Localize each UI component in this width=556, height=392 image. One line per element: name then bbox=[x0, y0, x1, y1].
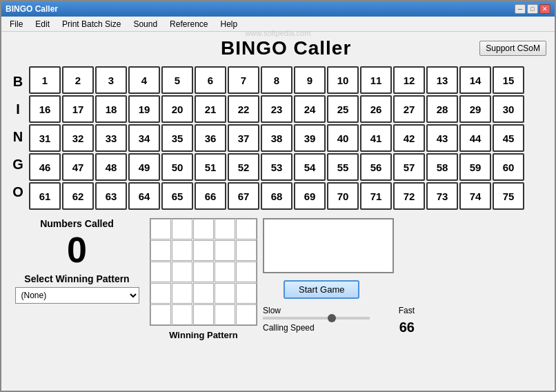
pattern-cell[interactable] bbox=[172, 304, 192, 325]
bingo-cell[interactable]: 36 bbox=[195, 124, 226, 152]
bingo-cell[interactable]: 58 bbox=[426, 153, 458, 181]
bingo-cell[interactable]: 31 bbox=[29, 124, 61, 152]
bingo-cell[interactable]: 61 bbox=[29, 182, 61, 210]
bingo-cell[interactable]: 27 bbox=[393, 95, 425, 123]
bingo-cell[interactable]: 10 bbox=[327, 66, 359, 94]
pattern-cell[interactable] bbox=[150, 240, 171, 261]
bingo-cell[interactable]: 50 bbox=[161, 153, 193, 181]
bingo-cell[interactable]: 25 bbox=[327, 95, 359, 123]
bingo-cell[interactable]: 51 bbox=[195, 153, 226, 181]
menu-file[interactable]: File bbox=[4, 18, 28, 30]
pattern-select[interactable]: (None)Any 1 NumberAny LineAny 2 LinesBla… bbox=[15, 287, 139, 304]
pattern-cell[interactable] bbox=[236, 304, 257, 325]
bingo-cell[interactable]: 48 bbox=[95, 153, 127, 181]
bingo-cell[interactable]: 35 bbox=[161, 124, 193, 152]
bingo-cell[interactable]: 64 bbox=[128, 182, 160, 210]
bingo-cell[interactable]: 56 bbox=[360, 153, 392, 181]
bingo-cell[interactable]: 28 bbox=[426, 95, 458, 123]
bingo-cell[interactable]: 42 bbox=[393, 124, 425, 152]
pattern-cell[interactable] bbox=[193, 219, 214, 239]
pattern-cell[interactable] bbox=[236, 262, 257, 282]
bingo-cell[interactable]: 2 bbox=[62, 66, 94, 94]
bingo-cell[interactable]: 30 bbox=[493, 95, 524, 123]
menu-sound[interactable]: Sound bbox=[128, 18, 163, 30]
pattern-cell[interactable] bbox=[215, 304, 235, 325]
bingo-cell[interactable]: 22 bbox=[228, 95, 259, 123]
menu-print-batch-size[interactable]: Print Batch Size bbox=[57, 18, 126, 30]
pattern-cell[interactable] bbox=[215, 283, 235, 304]
bingo-cell[interactable]: 19 bbox=[128, 95, 160, 123]
bingo-cell[interactable]: 67 bbox=[228, 182, 259, 210]
minimize-button[interactable]: ─ bbox=[515, 4, 526, 14]
close-button[interactable]: ✕ bbox=[539, 4, 550, 14]
start-game-button[interactable]: Start Game bbox=[284, 280, 359, 299]
pattern-cell[interactable] bbox=[215, 240, 235, 261]
support-button[interactable]: Support CSoM bbox=[479, 41, 546, 56]
menu-reference[interactable]: Reference bbox=[164, 18, 213, 30]
pattern-cell[interactable] bbox=[172, 283, 192, 304]
bingo-cell[interactable]: 39 bbox=[294, 124, 326, 152]
bingo-cell[interactable]: 11 bbox=[360, 66, 392, 94]
bingo-cell[interactable]: 74 bbox=[459, 182, 491, 210]
bingo-cell[interactable]: 55 bbox=[327, 153, 359, 181]
bingo-cell[interactable]: 8 bbox=[261, 66, 292, 94]
bingo-cell[interactable]: 34 bbox=[128, 124, 160, 152]
bingo-cell[interactable]: 21 bbox=[195, 95, 226, 123]
bingo-cell[interactable]: 33 bbox=[95, 124, 127, 152]
pattern-cell[interactable] bbox=[193, 262, 214, 282]
menu-help[interactable]: Help bbox=[215, 18, 243, 30]
bingo-cell[interactable]: 59 bbox=[459, 153, 491, 181]
speed-slider[interactable] bbox=[263, 317, 370, 320]
bingo-cell[interactable]: 53 bbox=[261, 153, 292, 181]
bingo-cell[interactable]: 68 bbox=[261, 182, 292, 210]
bingo-cell[interactable]: 40 bbox=[327, 124, 359, 152]
bingo-cell[interactable]: 13 bbox=[426, 66, 458, 94]
bingo-cell[interactable]: 75 bbox=[493, 182, 524, 210]
bingo-cell[interactable]: 54 bbox=[294, 153, 326, 181]
bingo-cell[interactable]: 4 bbox=[128, 66, 160, 94]
bingo-cell[interactable]: 23 bbox=[261, 95, 292, 123]
bingo-cell[interactable]: 12 bbox=[393, 66, 425, 94]
pattern-cell[interactable] bbox=[172, 240, 192, 261]
pattern-cell[interactable] bbox=[150, 304, 171, 325]
bingo-cell[interactable]: 47 bbox=[62, 153, 94, 181]
bingo-cell[interactable]: 66 bbox=[195, 182, 226, 210]
pattern-cell[interactable] bbox=[193, 283, 214, 304]
pattern-cell[interactable] bbox=[236, 219, 257, 239]
bingo-cell[interactable]: 1 bbox=[29, 66, 61, 94]
bingo-cell[interactable]: 38 bbox=[261, 124, 292, 152]
bingo-cell[interactable]: 17 bbox=[62, 95, 94, 123]
pattern-cell[interactable] bbox=[150, 262, 171, 282]
bingo-cell[interactable]: 6 bbox=[195, 66, 226, 94]
bingo-cell[interactable]: 71 bbox=[360, 182, 392, 210]
bingo-cell[interactable]: 37 bbox=[228, 124, 259, 152]
bingo-cell[interactable]: 20 bbox=[161, 95, 193, 123]
bingo-cell[interactable]: 65 bbox=[161, 182, 193, 210]
bingo-cell[interactable]: 5 bbox=[161, 66, 193, 94]
bingo-cell[interactable]: 16 bbox=[29, 95, 61, 123]
bingo-cell[interactable]: 9 bbox=[294, 66, 326, 94]
pattern-cell[interactable] bbox=[172, 262, 192, 282]
bingo-cell[interactable]: 43 bbox=[426, 124, 458, 152]
menu-edit[interactable]: Edit bbox=[30, 18, 55, 30]
bingo-cell[interactable]: 70 bbox=[327, 182, 359, 210]
pattern-cell[interactable] bbox=[215, 219, 235, 239]
pattern-cell[interactable] bbox=[150, 219, 171, 239]
bingo-cell[interactable]: 32 bbox=[62, 124, 94, 152]
pattern-cell[interactable] bbox=[150, 283, 171, 304]
bingo-cell[interactable]: 69 bbox=[294, 182, 326, 210]
bingo-cell[interactable]: 45 bbox=[493, 124, 524, 152]
bingo-cell[interactable]: 3 bbox=[95, 66, 127, 94]
bingo-cell[interactable]: 46 bbox=[29, 153, 61, 181]
bingo-cell[interactable]: 60 bbox=[493, 153, 524, 181]
bingo-cell[interactable]: 49 bbox=[128, 153, 160, 181]
pattern-cell[interactable] bbox=[236, 283, 257, 304]
bingo-cell[interactable]: 15 bbox=[493, 66, 524, 94]
maximize-button[interactable]: □ bbox=[527, 4, 538, 14]
bingo-cell[interactable]: 62 bbox=[62, 182, 94, 210]
bingo-cell[interactable]: 14 bbox=[459, 66, 491, 94]
pattern-cell[interactable] bbox=[236, 240, 257, 261]
bingo-cell[interactable]: 24 bbox=[294, 95, 326, 123]
bingo-cell[interactable]: 26 bbox=[360, 95, 392, 123]
bingo-cell[interactable]: 57 bbox=[393, 153, 425, 181]
